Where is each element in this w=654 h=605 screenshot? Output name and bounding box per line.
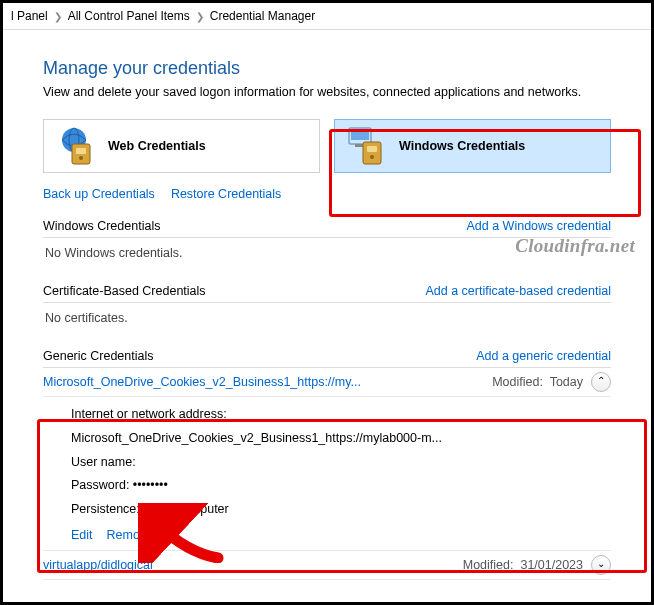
detail-persist-value: Local computer (143, 498, 228, 522)
svg-rect-8 (363, 142, 381, 164)
detail-password-value: •••••••• (133, 474, 168, 498)
web-credentials-tab[interactable]: Web Credentials (43, 119, 320, 173)
detail-address-value: Microsoft_OneDrive_Cookies_v2_Business1_… (71, 427, 442, 451)
remove-credential-link[interactable]: Remove (107, 528, 154, 542)
windows-credentials-tab[interactable]: Windows Credentials (334, 119, 611, 173)
web-credentials-icon (54, 124, 98, 168)
backup-credentials-link[interactable]: Back up Credentials (43, 187, 155, 201)
credential-details: Internet or network address: Microsoft_O… (43, 397, 611, 528)
windows-section-header: Windows Credentials (43, 219, 160, 233)
credential-title[interactable]: Microsoft_OneDrive_Cookies_v2_Business1_… (43, 375, 492, 389)
windows-section-empty: No Windows credentials. (43, 238, 611, 266)
breadcrumb-panel[interactable]: l Panel (11, 9, 48, 23)
credential-modified-value: Today (550, 375, 583, 389)
detail-persist-label: Persistence: (71, 498, 140, 522)
windows-credentials-label: Windows Credentials (399, 139, 525, 153)
credential-type-selector: Web Credentials Windows Credentials (43, 119, 611, 173)
breadcrumb-all-items[interactable]: All Control Panel Items (68, 9, 190, 23)
breadcrumb-credential-manager[interactable]: Credential Manager (210, 9, 315, 23)
detail-password-label: Password: (71, 474, 129, 498)
svg-rect-6 (351, 130, 369, 140)
chevron-right-icon: ❯ (54, 11, 62, 22)
windows-credentials-icon (345, 124, 389, 168)
generic-section-header: Generic Credentials (43, 349, 153, 363)
credential-modified-label: Modified: (463, 558, 514, 572)
edit-credential-link[interactable]: Edit (71, 528, 93, 542)
credential-row[interactable]: Microsoft_OneDrive_Cookies_v2_Business1_… (43, 368, 611, 397)
svg-rect-3 (76, 148, 86, 154)
page-description: View and delete your saved logon informa… (43, 85, 611, 99)
collapse-icon[interactable]: ⌃ (591, 372, 611, 392)
svg-point-10 (370, 155, 374, 159)
credential-title[interactable]: virtualapp/didlogical (43, 558, 463, 572)
expand-icon[interactable]: ⌄ (591, 555, 611, 575)
add-windows-credential-link[interactable]: Add a Windows credential (466, 219, 611, 233)
detail-user-label: User name: (71, 451, 136, 475)
breadcrumb: l Panel ❯ All Control Panel Items ❯ Cred… (3, 3, 651, 30)
svg-rect-9 (367, 146, 377, 152)
chevron-right-icon: ❯ (196, 11, 204, 22)
detail-address-label: Internet or network address: (71, 403, 227, 427)
credential-row[interactable]: virtualapp/didlogical Modified: 31/01/20… (43, 550, 611, 580)
cert-section-empty: No certificates. (43, 303, 611, 331)
add-generic-credential-link[interactable]: Add a generic credential (476, 349, 611, 363)
credential-modified-label: Modified: (492, 375, 543, 389)
web-credentials-label: Web Credentials (108, 139, 206, 153)
svg-point-4 (79, 156, 83, 160)
cert-section-header: Certificate-Based Credentials (43, 284, 206, 298)
credential-modified-value: 31/01/2023 (520, 558, 583, 572)
add-cert-credential-link[interactable]: Add a certificate-based credential (425, 284, 611, 298)
restore-credentials-link[interactable]: Restore Credentials (171, 187, 281, 201)
page-title: Manage your credentials (43, 58, 611, 79)
